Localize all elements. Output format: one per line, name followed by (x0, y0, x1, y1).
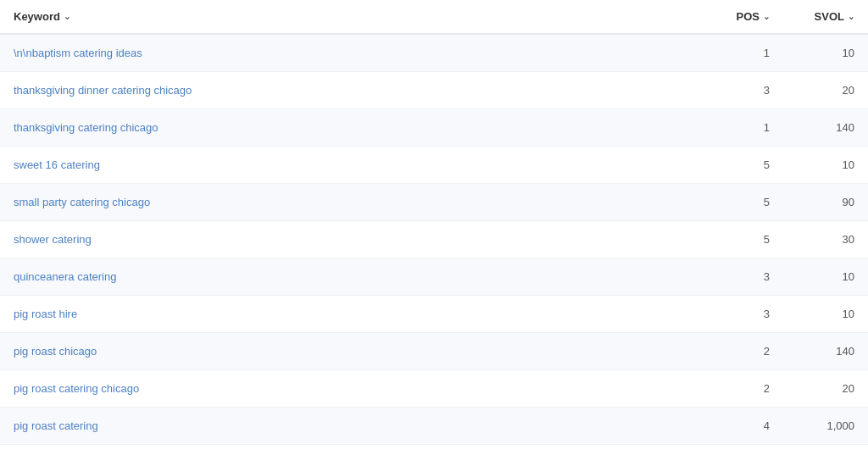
table-row[interactable]: quinceanera catering310 (0, 258, 868, 296)
cell-svol: 140 (770, 121, 854, 134)
cell-keyword: pig roast catering (14, 419, 685, 432)
cell-keyword: thanksgiving catering chicago (14, 121, 685, 134)
cell-keyword: shower catering (14, 233, 685, 246)
header-keyword[interactable]: Keyword ⌄ (14, 10, 685, 23)
table-row[interactable]: sweet 16 catering510 (0, 147, 868, 184)
svol-sort-icon[interactable]: ⌄ (848, 12, 854, 21)
cell-pos: 5 (685, 233, 770, 246)
cell-pos: 3 (685, 308, 770, 320)
cell-keyword: small party catering chicago (14, 196, 685, 208)
cell-svol: 140 (770, 345, 854, 358)
cell-keyword: quinceanera catering (14, 270, 685, 283)
table-row[interactable]: pig roast chicago2140 (0, 333, 868, 370)
cell-svol: 20 (770, 382, 854, 395)
cell-pos: 2 (685, 382, 770, 395)
table-body: \n\nbaptism catering ideas110thanksgivin… (0, 35, 868, 445)
table-row[interactable]: thanksgiving catering chicago1140 (0, 109, 868, 147)
table-row[interactable]: pig roast catering41,000 (0, 408, 868, 445)
cell-pos: 5 (685, 196, 770, 208)
cell-svol: 10 (770, 158, 854, 171)
cell-keyword: \n\nbaptism catering ideas (14, 47, 685, 59)
pos-label: POS (737, 10, 760, 23)
cell-svol: 30 (770, 233, 854, 246)
svol-label: SVOL (815, 10, 844, 23)
cell-pos: 1 (685, 47, 770, 59)
cell-pos: 1 (685, 121, 770, 134)
cell-keyword: thanksgiving dinner catering chicago (14, 84, 685, 97)
cell-pos: 4 (685, 419, 770, 432)
table-row[interactable]: pig roast catering chicago220 (0, 370, 868, 408)
table-header: Keyword ⌄ POS ⌄ SVOL ⌄ (0, 0, 868, 35)
table-row[interactable]: pig roast hire310 (0, 296, 868, 333)
table-row[interactable]: thanksgiving dinner catering chicago320 (0, 72, 868, 109)
keyword-label: Keyword (14, 10, 60, 23)
table-row[interactable]: shower catering530 (0, 221, 868, 258)
cell-keyword: pig roast hire (14, 308, 685, 320)
header-svol[interactable]: SVOL ⌄ (770, 10, 854, 23)
table-row[interactable]: small party catering chicago590 (0, 184, 868, 221)
cell-svol: 10 (770, 308, 854, 320)
cell-pos: 3 (685, 84, 770, 97)
cell-keyword: sweet 16 catering (14, 158, 685, 171)
cell-svol: 1,000 (770, 419, 854, 432)
cell-svol: 10 (770, 270, 854, 283)
keyword-table: Keyword ⌄ POS ⌄ SVOL ⌄ \n\nbaptism cater… (0, 0, 868, 455)
table-row[interactable]: \n\nbaptism catering ideas110 (0, 35, 868, 72)
cell-pos: 5 (685, 158, 770, 171)
header-pos[interactable]: POS ⌄ (685, 10, 770, 23)
cell-svol: 90 (770, 196, 854, 208)
keyword-sort-icon[interactable]: ⌄ (64, 12, 70, 21)
cell-keyword: pig roast chicago (14, 345, 685, 358)
cell-pos: 2 (685, 345, 770, 358)
cell-pos: 3 (685, 270, 770, 283)
cell-svol: 20 (770, 84, 854, 97)
cell-keyword: pig roast catering chicago (14, 382, 685, 395)
pos-sort-icon[interactable]: ⌄ (763, 12, 770, 21)
cell-svol: 10 (770, 47, 854, 59)
